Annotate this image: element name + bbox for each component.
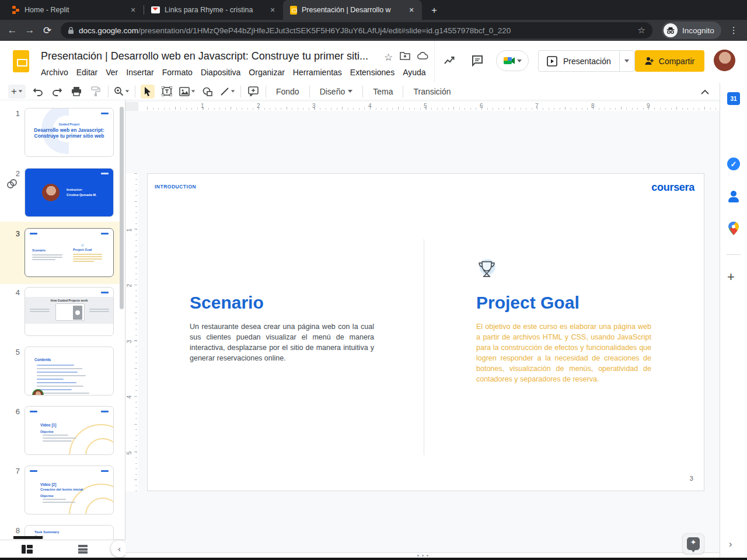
add-addon-button[interactable]: + xyxy=(727,271,735,284)
menu-archivo[interactable]: Archivo xyxy=(41,68,68,77)
insert-comment-button[interactable] xyxy=(246,85,260,99)
zoom-button[interactable] xyxy=(114,85,130,99)
tasks-icon[interactable]: ✓ xyxy=(727,158,740,170)
account-avatar[interactable] xyxy=(714,50,735,71)
slide-editor-surface[interactable]: INTRODUCTION coursera Scenario Un restau… xyxy=(147,173,704,491)
text-box-button[interactable] xyxy=(160,85,174,99)
bookmark-star-icon[interactable]: ☆ xyxy=(638,25,645,36)
select-tool-button[interactable] xyxy=(141,85,155,99)
url-omnibox[interactable]: docs.google.com/presentation/d/1HMzQ9eP4… xyxy=(61,22,652,38)
slide-thumbnail-5[interactable]: Contents xyxy=(25,346,114,396)
url-text: docs.google.com/presentation/d/1HMzQ9eP4… xyxy=(79,26,633,35)
ruler-number: 5 xyxy=(424,103,427,109)
share-button[interactable]: Compartir xyxy=(635,50,704,72)
notes-drag-handle[interactable] xyxy=(417,555,428,556)
scenario-body[interactable]: Un restaurante desea crear una página we… xyxy=(190,321,374,363)
calendar-icon[interactable]: 31 xyxy=(727,92,740,105)
menu-organizar[interactable]: Organizar xyxy=(249,68,284,77)
goal-title[interactable]: Project Goal xyxy=(476,292,651,313)
print-button[interactable] xyxy=(69,85,83,99)
slide-thumbnail-1[interactable]: Guided Project Desarrollo web en Javascr… xyxy=(25,108,114,157)
move-to-folder-icon[interactable] xyxy=(400,51,410,64)
thumb7-sub: Objective xyxy=(40,494,54,498)
tab-title: Links para Rhyme - cristina xyxy=(165,6,263,14)
new-tab-button[interactable]: + xyxy=(427,3,442,18)
thumb4-title: How Guided Projects work xyxy=(25,299,113,302)
scenario-title[interactable]: Scenario xyxy=(190,292,374,313)
undo-button[interactable] xyxy=(31,85,45,99)
activity-stats-icon[interactable] xyxy=(442,54,456,68)
layout-button[interactable]: Diseño xyxy=(315,87,358,96)
ruler-number: 1 xyxy=(126,229,132,232)
insert-line-button[interactable] xyxy=(220,85,235,99)
goal-body[interactable]: El objetivo de este curso es elaborar un… xyxy=(476,321,651,384)
maps-icon[interactable] xyxy=(727,222,740,235)
tab-close-icon[interactable]: ✕ xyxy=(407,5,416,15)
document-title[interactable]: Presentación | Desarrollo web en Javascr… xyxy=(41,50,368,62)
slide-thumbnail-2[interactable]: Instructor: Cristina Quisada M. xyxy=(25,168,114,217)
filmstrip-view-icon[interactable] xyxy=(22,545,33,554)
ruler-number: 1 xyxy=(201,103,204,109)
tab-links-rhyme[interactable]: Links para Rhyme - cristina ✕ xyxy=(144,0,283,20)
slide-number: 8 xyxy=(11,526,20,535)
browser-menu-icon[interactable]: ⋮ xyxy=(729,25,738,36)
menu-formato[interactable]: Formato xyxy=(162,68,193,77)
menu-editar[interactable]: Editar xyxy=(76,68,98,77)
present-play-icon xyxy=(547,56,557,66)
slide-thumbnail-3-selected[interactable]: Scenario Project Goal xyxy=(25,228,114,277)
menu-insertar[interactable]: Insertar xyxy=(126,68,153,77)
thumb-dash xyxy=(101,113,109,114)
explore-button[interactable] xyxy=(682,533,704,554)
tab-home-replit[interactable]: Home - Replit ✕ xyxy=(5,0,144,20)
replit-icon xyxy=(12,6,20,14)
transition-button[interactable]: Transición xyxy=(409,87,455,96)
tab-close-icon[interactable]: ✕ xyxy=(268,5,277,15)
ruler-number: 3 xyxy=(126,340,132,344)
background-button[interactable]: Fondo xyxy=(271,87,304,96)
forward-button[interactable]: → xyxy=(21,24,39,36)
filmstrip-scrollbar[interactable] xyxy=(120,107,124,309)
zoom-caret[interactable] xyxy=(125,90,129,93)
coursera-logo: coursera xyxy=(651,181,694,194)
cloud-status-icon[interactable] xyxy=(417,51,428,64)
menu-extensiones[interactable]: Extensiones xyxy=(350,68,395,77)
scenario-textbox[interactable]: Scenario Un restaurante desea crear una … xyxy=(190,292,374,363)
expand-sidebar-chevron[interactable]: › xyxy=(729,539,732,550)
redo-button[interactable] xyxy=(50,85,64,99)
slide-number: 7 xyxy=(11,467,20,475)
reload-button[interactable]: ⟳ xyxy=(39,24,56,37)
present-button[interactable]: Presentación xyxy=(539,51,619,71)
tab-presentacion-active[interactable]: Presentación | Desarrollo w ✕ xyxy=(283,0,422,20)
present-options-caret[interactable] xyxy=(619,51,634,71)
menu-ver[interactable]: Ver xyxy=(106,68,118,77)
slide-thumbnail-7[interactable]: Video [2] Creación del botón inicial. Ob… xyxy=(25,466,114,514)
speaker-notes-handle-bar[interactable] xyxy=(125,552,720,558)
line-caret[interactable] xyxy=(231,90,235,93)
menu-ayuda[interactable]: Ayuda xyxy=(403,68,425,77)
paint-format-button[interactable] xyxy=(89,85,103,99)
star-document-icon[interactable]: ☆ xyxy=(384,51,393,64)
slide-thumbnail-6[interactable]: Video [1] Objective xyxy=(25,406,114,455)
image-caret[interactable] xyxy=(191,90,195,93)
tab-close-icon[interactable]: ✕ xyxy=(128,5,138,15)
explore-sparkle-icon xyxy=(687,537,700,550)
insert-shape-button[interactable] xyxy=(201,85,215,99)
collapse-menus-chevron[interactable] xyxy=(698,85,712,99)
theme-button[interactable]: Tema xyxy=(368,87,397,96)
new-slide-button[interactable]: + xyxy=(8,85,26,99)
thumb5-title: Contents xyxy=(34,358,51,362)
menu-diapositiva[interactable]: Diapositiva xyxy=(201,68,240,77)
comment-history-icon[interactable] xyxy=(470,54,484,68)
google-slides-logo[interactable] xyxy=(13,50,29,72)
insert-image-button[interactable] xyxy=(179,85,196,99)
project-goal-textbox[interactable]: Project Goal El objetivo de este curso e… xyxy=(476,258,651,384)
new-slide-caret[interactable] xyxy=(19,90,22,93)
grid-view-icon[interactable] xyxy=(78,545,88,554)
slide-eyebrow[interactable]: INTRODUCTION xyxy=(155,184,196,190)
back-button[interactable]: ← xyxy=(4,24,21,36)
slide-thumbnail-4[interactable]: How Guided Projects work xyxy=(25,287,114,336)
menu-herramientas[interactable]: Herramientas xyxy=(293,68,342,77)
google-meet-button[interactable] xyxy=(496,50,529,71)
instructor-avatar xyxy=(42,184,60,201)
thumb1-title: Desarrollo web en Javascript: Construye … xyxy=(31,127,107,139)
